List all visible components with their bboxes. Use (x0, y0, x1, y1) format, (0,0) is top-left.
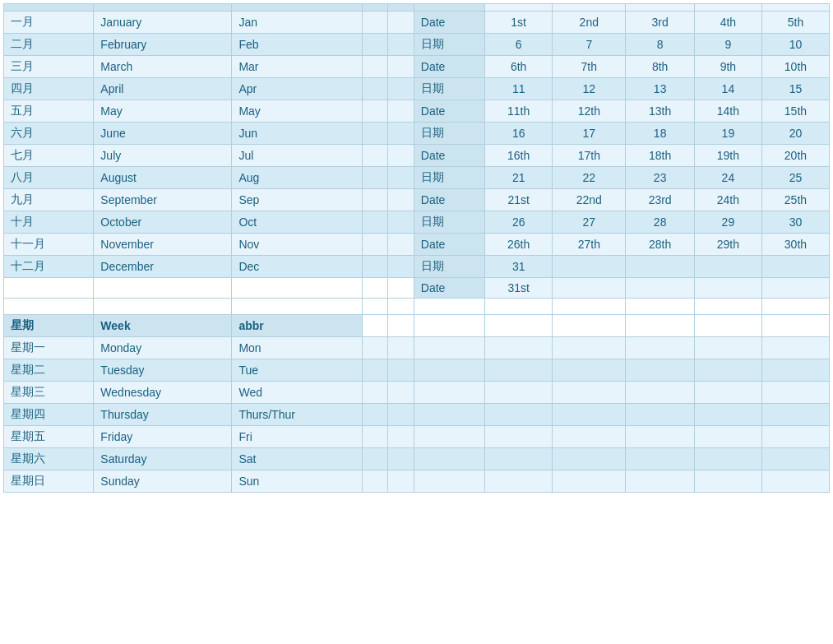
combined-row-11: 十二月DecemberDec日期31 (4, 256, 830, 278)
date-val-2-1: 7th (553, 56, 626, 78)
date-val-11-2 (626, 256, 694, 278)
spacer-1-0 (362, 34, 388, 56)
month-english-5: June (94, 123, 232, 145)
date-val-2-0: 6th (485, 56, 553, 78)
date-val-3-3: 14 (694, 78, 761, 100)
date-val-5-4: 20 (761, 123, 829, 145)
week-abbr-5: Sat (232, 448, 362, 470)
date-label-1: 日期 (414, 34, 484, 56)
date-label-3: 日期 (414, 78, 484, 100)
date-val-0-1: 2nd (553, 12, 626, 34)
spacer-0-1 (388, 12, 414, 34)
week-chinese-0: 星期一 (4, 337, 94, 359)
dates-col4-header (626, 4, 694, 12)
date-val-1-2: 8 (626, 34, 694, 56)
week-row-1: 星期二TuesdayTue (4, 359, 830, 382)
month-chinese-10: 十一月 (4, 234, 94, 256)
week-english-5: Saturday (94, 448, 232, 470)
spacer-12-1 (388, 278, 414, 299)
date-val-6-3: 19th (694, 145, 761, 167)
date-val-2-3: 9th (694, 56, 761, 78)
month-english-8: September (94, 189, 232, 211)
spacer-1-1 (388, 34, 414, 56)
spacer-9-0 (362, 211, 388, 234)
date-label-11: 日期 (414, 256, 484, 278)
spacer-6-0 (362, 145, 388, 167)
date-val-12-3 (694, 278, 761, 299)
month-english-10: November (94, 234, 232, 256)
spacer-3-1 (388, 78, 414, 100)
weeks-header-row: 星期Weekabbr (4, 315, 830, 337)
dates-col5-header (694, 4, 761, 12)
month-english-4: May (94, 100, 232, 123)
dates-col3-header (553, 4, 626, 12)
combined-row-8: 九月SeptemberSepDate21st22nd23rd24th25th (4, 189, 830, 211)
date-val-2-4: 10th (761, 56, 829, 78)
week-row-2: 星期三WednesdayWed (4, 382, 830, 404)
week-abbr-6: Sun (232, 470, 362, 493)
week-abbr-4: Fri (232, 426, 362, 448)
week-english-3: Thursday (94, 404, 232, 426)
date-val-6-2: 18th (626, 145, 694, 167)
spacer-10-1 (388, 234, 414, 256)
week-row-4: 星期五FridayFri (4, 426, 830, 448)
months-col1-header (4, 4, 94, 12)
week-chinese-1: 星期二 (4, 359, 94, 382)
date-val-5-1: 17 (553, 123, 626, 145)
week-row-0: 星期一MondayMon (4, 337, 830, 359)
week-row-3: 星期四ThursdayThurs/Thur (4, 404, 830, 426)
week-english-4: Friday (94, 426, 232, 448)
date-val-0-4: 5th (761, 12, 829, 34)
month-english-2: March (94, 56, 232, 78)
date-val-11-4 (761, 256, 829, 278)
month-chinese-4: 五月 (4, 100, 94, 123)
week-abbr-0: Mon (232, 337, 362, 359)
date-val-9-1: 27 (553, 211, 626, 234)
date-val-5-0: 16 (485, 123, 553, 145)
month-english-0: January (94, 12, 232, 34)
combined-row-12: Date31st (4, 278, 830, 299)
month-chinese-1: 二月 (4, 34, 94, 56)
date-val-9-2: 28 (626, 211, 694, 234)
date-val-3-0: 11 (485, 78, 553, 100)
month-english-1: February (94, 34, 232, 56)
date-label-2: Date (414, 56, 484, 78)
date-val-10-4: 30th (761, 234, 829, 256)
week-chinese-3: 星期四 (4, 404, 94, 426)
week-english-6: Sunday (94, 470, 232, 493)
date-val-8-0: 21st (485, 189, 553, 211)
month-chinese-11: 十二月 (4, 256, 94, 278)
month-english-11: December (94, 256, 232, 278)
month-english-7: August (94, 167, 232, 189)
spacer-7-1 (388, 167, 414, 189)
week-chinese-6: 星期日 (4, 470, 94, 493)
spacer-11-0 (362, 256, 388, 278)
date-val-8-1: 22nd (553, 189, 626, 211)
month-chinese-9: 十月 (4, 211, 94, 234)
date-val-1-0: 6 (485, 34, 553, 56)
spacer-2-1 (388, 56, 414, 78)
spacer-10-0 (362, 234, 388, 256)
month-abbr-4: May (232, 100, 362, 123)
months-spacer2 (388, 4, 414, 12)
month-chinese-8: 九月 (4, 189, 94, 211)
week-english-2: Wednesday (94, 382, 232, 404)
combined-row-2: 三月MarchMarDate6th7th8th9th10th (4, 56, 830, 78)
date-label-0: Date (414, 12, 484, 34)
date-val-10-2: 28th (626, 234, 694, 256)
date-label-4: Date (414, 100, 484, 123)
month-chinese-5: 六月 (4, 123, 94, 145)
separator-row (4, 299, 830, 315)
date-val-7-2: 23 (626, 167, 694, 189)
date-val-1-1: 7 (553, 34, 626, 56)
combined-row-5: 六月JuneJun日期1617181920 (4, 123, 830, 145)
month-abbr-1: Feb (232, 34, 362, 56)
months-col3-header (232, 4, 362, 12)
date-val-3-4: 15 (761, 78, 829, 100)
month-abbr-6: Jul (232, 145, 362, 167)
date-val-11-1 (553, 256, 626, 278)
month-abbr-10: Nov (232, 234, 362, 256)
weeks-header-col-1: Week (94, 315, 232, 337)
date-label-7: 日期 (414, 167, 484, 189)
spacer-5-0 (362, 123, 388, 145)
